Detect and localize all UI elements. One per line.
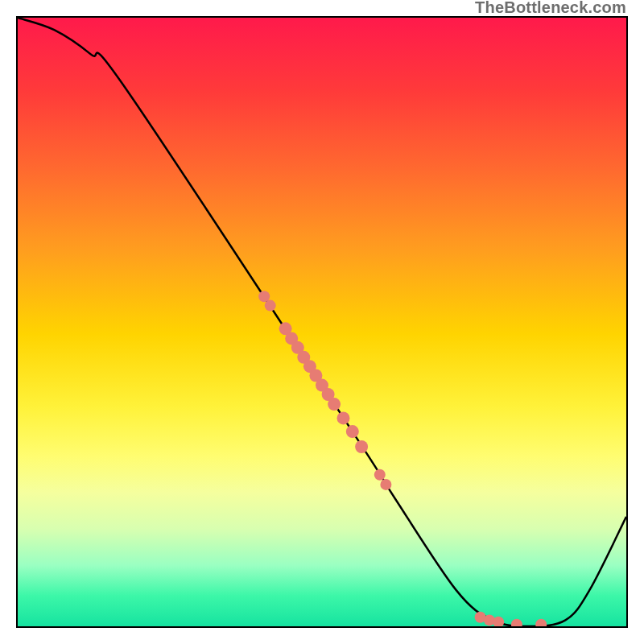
chart-svg-layer (18, 18, 626, 626)
chart-dot (265, 300, 276, 312)
chart-curve (18, 18, 626, 626)
chart-dot (511, 619, 522, 626)
watermark-text: TheBottleneck.com (475, 0, 626, 17)
chart-dot (374, 469, 386, 481)
chart-dot (328, 398, 341, 411)
chart-dot (346, 425, 359, 438)
chart-dot (380, 479, 391, 490)
chart-dot (535, 619, 547, 626)
chart-plot-area (16, 16, 628, 628)
chart-dot (493, 617, 504, 626)
chart-stage: TheBottleneck.com (0, 0, 644, 644)
chart-dot (355, 440, 368, 453)
chart-dot (258, 291, 270, 302)
chart-dots-group (258, 291, 547, 626)
chart-dot (337, 411, 350, 424)
